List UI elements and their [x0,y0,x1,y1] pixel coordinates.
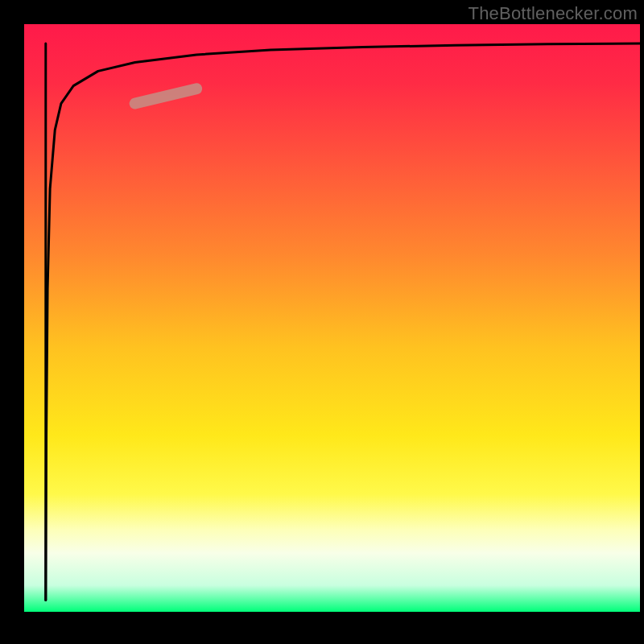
frame-bottom [0,612,644,644]
watermark-text: TheBottlenecker.com [469,3,638,24]
chart-canvas [0,0,644,644]
chart-stage: TheBottlenecker.com [0,0,644,644]
frame-right [640,0,644,644]
frame-left [0,0,24,644]
gradient-background [24,24,640,612]
